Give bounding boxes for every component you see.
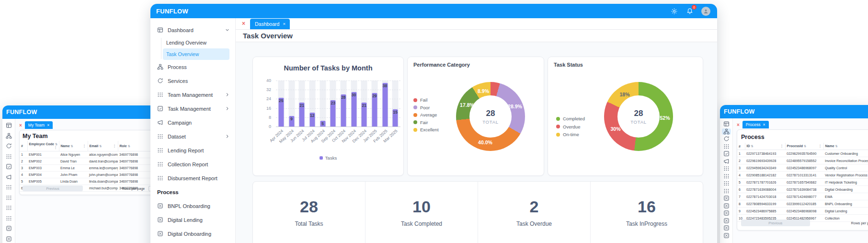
sort-icon[interactable]: ⇅ [804, 145, 806, 148]
user-avatar[interactable] [701, 7, 710, 16]
sidebar-item-task-management[interactable]: Task Management [150, 102, 235, 116]
sidebar-item-bnpl-onboarding[interactable]: BNPL Onboarding [150, 199, 235, 213]
box-icon[interactable] [722, 195, 731, 201]
notifications-bell-icon[interactable]: 0 [685, 7, 694, 15]
legend-item-completed[interactable]: Completed [556, 116, 585, 121]
column-menu-icon[interactable]: ⋮ [113, 144, 116, 148]
bar[interactable]: 12 [309, 113, 315, 127]
table-row[interactable]: 602278716390880040227871639084738Digital… [737, 186, 868, 193]
box-icon[interactable] [722, 210, 731, 216]
sidebar-item-lending-report[interactable]: Lending Report [150, 143, 235, 157]
tab-my-team[interactable]: My Team × [25, 121, 53, 129]
dots-icon[interactable] [722, 173, 731, 179]
sidebar-item-digital-lending[interactable]: Digital Lending [150, 213, 235, 227]
table-row[interactable]: 2EMP002David Trandavid.tran@company.com3… [20, 158, 160, 165]
box-icon[interactable] [4, 224, 13, 232]
sidebar-item-dashboard[interactable]: Dashboard [150, 23, 235, 37]
bar[interactable]: 30 [351, 92, 356, 127]
column-header-id[interactable]: ID ⇅⋮ [745, 143, 785, 150]
legend-item-average[interactable]: Average [413, 112, 439, 117]
sidebar-item-services[interactable]: Services [150, 74, 235, 88]
legend-item-poor[interactable]: Poor [413, 105, 439, 110]
table-row[interactable]: 902245234869758850224523486968098Digital… [737, 208, 868, 215]
sidebar-item-campaign[interactable]: Campaign [150, 116, 235, 129]
previous-page-button[interactable]: Previous [741, 220, 810, 226]
bar[interactable]: 25 [278, 98, 284, 127]
dots-icon[interactable] [4, 183, 13, 191]
sort-icon[interactable]: ⇅ [55, 143, 57, 146]
sidebar-item-disbursement-report[interactable]: Disbursement Report [150, 171, 235, 185]
sidebar-item-team-management[interactable]: Team Management [150, 88, 235, 102]
box-icon[interactable] [4, 235, 13, 243]
table-row[interactable]: 102297137384641930229629935764590Custome… [737, 150, 868, 157]
column-menu-icon[interactable]: ⋮ [819, 144, 822, 148]
tab-process[interactable]: Process × [742, 121, 769, 128]
megaphone-icon[interactable] [722, 158, 731, 164]
sidebar-item-task-overview[interactable]: Task Overview [163, 48, 229, 60]
tab-dashboard[interactable]: Dashboard × [250, 19, 290, 29]
column-header-name[interactable]: Name ⇅⋮ [823, 143, 868, 150]
sidebar-item-collection-report[interactable]: Collection Report [150, 157, 235, 171]
dots-icon[interactable] [722, 165, 731, 172]
bar[interactable]: 28 [341, 94, 346, 127]
column-header-processid[interactable]: ProcessId ⇅⋮ [785, 143, 823, 150]
dots-icon[interactable] [4, 214, 13, 222]
column-menu-icon[interactable]: ⋮ [780, 144, 784, 148]
bar[interactable]: 21 [362, 103, 367, 127]
box-icon[interactable] [722, 203, 731, 209]
table-row[interactable]: 702278714247030180227871424698077EWA [737, 193, 868, 200]
dots-icon[interactable] [4, 194, 13, 202]
sort-icon[interactable]: ⇅ [71, 145, 73, 148]
table-row[interactable]: 202296196934399280224895579158552Invoice… [737, 157, 868, 164]
table-row[interactable]: 1EMP001Alice Nguyenalice.nguyen@company.… [20, 151, 160, 158]
sidebar-item-process[interactable]: Process [150, 60, 235, 74]
sidebar-item-dataset[interactable]: Dataset [150, 129, 235, 143]
close-all-tabs-icon[interactable]: × [737, 122, 740, 127]
box-icon[interactable] [722, 218, 731, 224]
bar[interactable]: 23 [331, 100, 336, 127]
column-menu-icon[interactable]: ⋮ [83, 144, 86, 148]
sort-icon[interactable]: ⇅ [128, 145, 130, 148]
column-header-name[interactable]: Name ⇅⋮ [59, 141, 88, 151]
table-row[interactable]: 302294596342433490224523486968097Quality… [737, 164, 868, 172]
table-row[interactable]: 502278717877016260227871657540682IT Help… [737, 179, 868, 186]
legend-item-fair[interactable]: Fair [413, 120, 439, 125]
sort-icon[interactable]: ⇅ [835, 145, 838, 148]
dots-icon[interactable] [4, 204, 13, 212]
legend-item-overdue[interactable]: Overdue [556, 124, 585, 129]
sidebar-item-lending-overview[interactable]: Lending Overview [163, 37, 229, 48]
megaphone-icon[interactable] [4, 173, 13, 181]
settings-gear-icon[interactable] [670, 7, 678, 15]
bar[interactable]: 38 [382, 83, 388, 127]
column-header-num[interactable]: # [20, 141, 27, 151]
bar[interactable]: 21 [299, 103, 305, 127]
dots-icon[interactable] [722, 188, 731, 194]
table-row[interactable]: 3EMP003Emma Leemma.le@company.com3469776… [20, 165, 160, 172]
bar[interactable]: 5 [320, 121, 325, 127]
bar-chart-legend[interactable]: Tasks [253, 155, 403, 161]
sitemap-icon[interactable] [4, 132, 13, 140]
column-header-employee-code[interactable]: Employee Code ⇅⋮ [27, 141, 59, 151]
sidebar-item-digital-onboarding[interactable]: Digital Onboarding [150, 227, 235, 241]
column-menu-icon[interactable]: ⋮ [54, 146, 57, 150]
dots-icon[interactable] [4, 152, 13, 161]
dots-icon[interactable] [722, 180, 731, 186]
previous-page-button[interactable]: Previous [23, 185, 83, 191]
table-row[interactable]: 402290851881421820227871013313141Vendor … [737, 172, 868, 179]
sort-icon[interactable]: ⇅ [99, 145, 102, 148]
bar[interactable]: 29 [372, 93, 377, 127]
task-icon[interactable] [722, 150, 731, 157]
tab-close-icon[interactable]: × [283, 21, 286, 26]
bar[interactable]: 9 [289, 116, 294, 127]
table-row[interactable]: 802278085946331990223999112420185BNPL On… [737, 200, 868, 208]
box-icon[interactable] [722, 232, 731, 239]
table-row[interactable]: 4EMP004John Phamjohn.pham@company.com346… [20, 172, 160, 178]
sync-icon[interactable] [4, 142, 13, 150]
tab-close-icon[interactable]: × [763, 122, 765, 127]
sort-icon[interactable]: ⇅ [751, 145, 753, 148]
dots-icon[interactable] [722, 143, 731, 150]
grid-icon[interactable] [722, 121, 731, 127]
column-header-email[interactable]: Email ⇅⋮ [88, 141, 118, 151]
legend-item-fail[interactable]: Fail [413, 97, 439, 103]
close-all-tabs-icon[interactable]: × [242, 21, 245, 26]
